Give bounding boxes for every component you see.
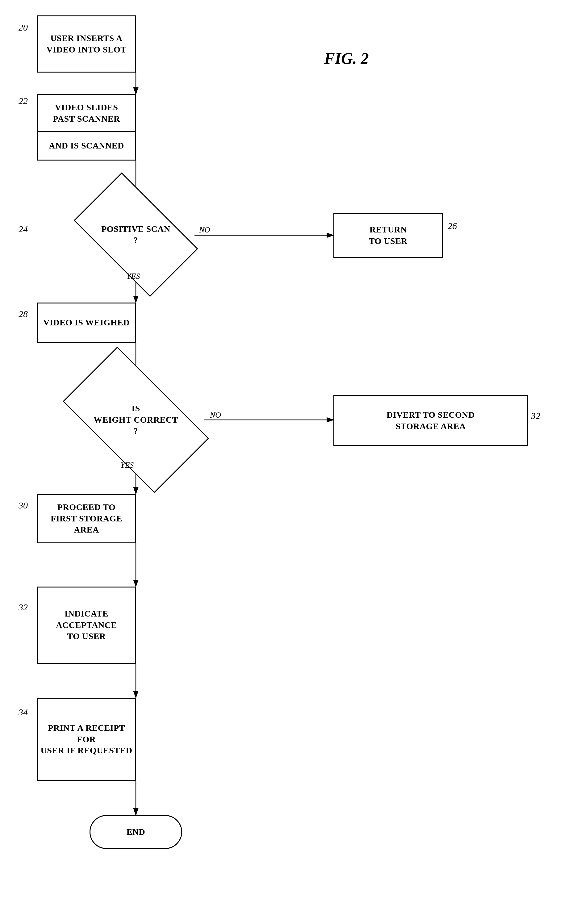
box-step26: RETURNTO USER	[333, 213, 443, 258]
box-step32-divert-text: DIVERT TO SECONDSTORAGE AREA	[387, 409, 475, 432]
yes-label-weight: YES	[120, 460, 133, 470]
box-step22-bottom-text: AND IS SCANNED	[49, 140, 124, 151]
label-26: 26	[448, 221, 457, 231]
diagram-container: FIG. 2 20 USER INSERTS AVIDEO INTO SLOT …	[0, 0, 585, 924]
box-step20: USER INSERTS AVIDEO INTO SLOT	[37, 15, 136, 73]
label-20: 20	[18, 22, 28, 33]
box-step22-top: VIDEO SLIDESPAST SCANNER	[37, 94, 136, 131]
box-step22-bottom: AND IS SCANNED	[37, 131, 136, 160]
label-32-indicate: 32	[18, 602, 28, 612]
label-28: 28	[18, 309, 28, 319]
box-step32-indicate-text: INDICATEACCEPTANCETO USER	[56, 608, 117, 642]
label-30: 30	[18, 500, 28, 511]
box-step20-text: USER INSERTS AVIDEO INTO SLOT	[46, 33, 126, 55]
no-label-weight: NO	[210, 411, 221, 420]
box-step34-text: PRINT A RECEIPT FORUSER IF REQUESTED	[40, 723, 132, 756]
label-34: 34	[18, 707, 28, 718]
yes-label-24: YES	[127, 272, 140, 281]
box-step30-text: PROCEED TOFIRST STORAGE AREA	[40, 502, 132, 535]
figure-title: FIG. 2	[324, 50, 369, 68]
diamond-24-text: POSITIVE SCAN?	[101, 223, 170, 246]
diamond-24: POSITIVE SCAN?	[43, 198, 229, 272]
box-step32-divert: DIVERT TO SECONDSTORAGE AREA	[333, 395, 528, 446]
box-step34: PRINT A RECEIPT FORUSER IF REQUESTED	[37, 698, 136, 781]
box-step32-indicate: INDICATEACCEPTANCETO USER	[37, 587, 136, 664]
box-step28: VIDEO IS WEIGHED	[37, 302, 136, 343]
label-24: 24	[18, 224, 28, 234]
label-32-divert: 32	[531, 411, 540, 421]
box-step22-top-text: VIDEO SLIDESPAST SCANNER	[53, 102, 120, 124]
diamond-weight: ISWEIGHT CORRECT?	[31, 380, 241, 460]
box-step30: PROCEED TOFIRST STORAGE AREA	[37, 494, 136, 543]
diamond-weight-text: ISWEIGHT CORRECT?	[94, 403, 178, 437]
label-22: 22	[18, 96, 28, 106]
box-step26-text: RETURNTO USER	[369, 224, 407, 247]
oval-end-text: END	[127, 827, 145, 837]
no-label-24: NO	[199, 225, 210, 234]
oval-end: END	[89, 815, 182, 849]
box-step28-text: VIDEO IS WEIGHED	[43, 317, 130, 328]
